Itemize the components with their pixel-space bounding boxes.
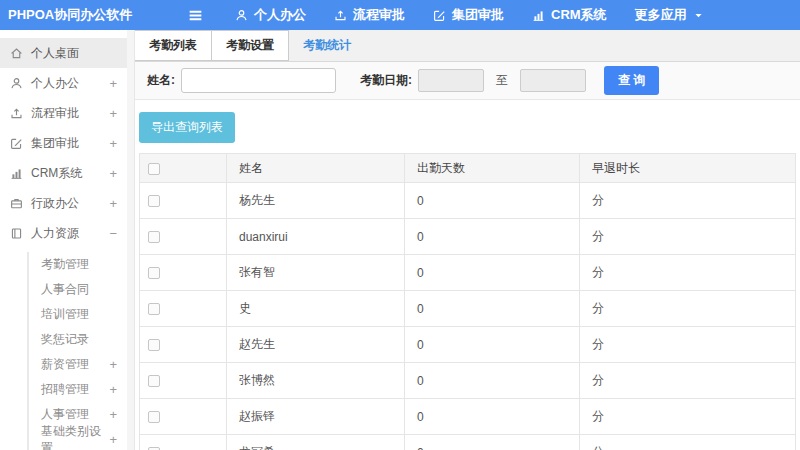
- cell-name: 张博然: [227, 363, 405, 399]
- tab[interactable]: 考勤统计: [289, 30, 365, 61]
- topnav-item[interactable]: 流程审批: [334, 6, 405, 24]
- expand-toggle[interactable]: +: [109, 357, 117, 372]
- topnav-label: 流程审批: [353, 6, 405, 24]
- sidebar-item[interactable]: 集团审批 +: [0, 128, 127, 158]
- table-row: duanxirui 0 分: [140, 219, 796, 255]
- sidebar-item[interactable]: 行政办公 +: [0, 188, 127, 218]
- topnav-label: 更多应用: [635, 6, 687, 24]
- filter-bar: 姓名: 考勤日期: 至 查 询: [135, 62, 800, 100]
- col-header-name: 姓名: [227, 154, 405, 183]
- sidebar-item-label: 集团审批: [31, 135, 79, 152]
- sidebar-item-label: 人力资源: [31, 225, 79, 242]
- row-checkbox[interactable]: [148, 303, 160, 315]
- cell-attendance-days: 0: [405, 219, 580, 255]
- sidebar-item[interactable]: 流程审批 +: [0, 98, 127, 128]
- tab[interactable]: 考勤设置: [212, 30, 289, 61]
- tab-label: 考勤列表: [149, 37, 197, 54]
- sidebar-subitem-label: 考勤管理: [41, 256, 89, 273]
- row-checkbox[interactable]: [148, 375, 160, 387]
- table-toolbar: 导出查询列表: [135, 100, 800, 153]
- row-checkbox[interactable]: [148, 195, 160, 207]
- top-nav: 个人办公 流程审批 集团审批 CRM系统: [235, 6, 732, 24]
- topnav-item[interactable]: 个人办公: [235, 6, 306, 24]
- expand-toggle[interactable]: +: [109, 407, 117, 422]
- sidebar-subitem-label: 奖惩记录: [41, 331, 89, 348]
- to-label: 至: [496, 72, 508, 89]
- workflow-icon: [334, 9, 347, 22]
- sidebar-item-label: 个人桌面: [31, 45, 79, 62]
- content: 考勤列表 考勤设置 考勤统计 姓名: 考勤日期: 至 查 询 导出查询列表 姓名…: [135, 30, 800, 450]
- sidebar-item[interactable]: CRM系统 +: [0, 158, 127, 188]
- cell-attendance-days: 0: [405, 363, 580, 399]
- sidebar-subitem-label: 人事管理: [41, 406, 89, 423]
- sidebar-item-label: 个人办公: [31, 75, 79, 92]
- expand-toggle[interactable]: +: [109, 196, 117, 211]
- export-button[interactable]: 导出查询列表: [139, 112, 235, 143]
- tab-label: 考勤统计: [303, 37, 351, 54]
- sidebar-subitem-label: 招聘管理: [41, 381, 89, 398]
- col-header-days: 出勤天数: [405, 154, 580, 183]
- cell-name: 史: [227, 291, 405, 327]
- cell-name: duanxirui: [227, 219, 405, 255]
- sidebar-subitem[interactable]: 薪资管理 +: [29, 352, 127, 377]
- cell-attendance-days: 0: [405, 327, 580, 363]
- sidebar-subitem-label: 基础类别设置: [41, 423, 109, 450]
- cell-early-leave: 分: [580, 435, 796, 450]
- date-label: 考勤日期:: [360, 72, 412, 89]
- name-input[interactable]: [181, 68, 336, 93]
- cell-early-leave: 分: [580, 399, 796, 435]
- cell-attendance-days: 0: [405, 183, 580, 219]
- cell-name: 龙冠希: [227, 435, 405, 450]
- sidebar-item[interactable]: 人力资源 −: [0, 218, 127, 248]
- sidebar-submenu-hr: 考勤管理 人事合同 培训管理 奖惩记录 薪资管理 +: [27, 252, 127, 450]
- workflow-icon: [10, 107, 23, 120]
- table-row: 杨先生 0 分: [140, 183, 796, 219]
- row-checkbox[interactable]: [148, 339, 160, 351]
- row-checkbox[interactable]: [148, 267, 160, 279]
- expand-toggle[interactable]: −: [109, 226, 117, 241]
- expand-toggle[interactable]: +: [109, 136, 117, 151]
- sidebar-scrollbar[interactable]: [127, 30, 135, 450]
- chart-icon: [532, 9, 545, 22]
- sidebar-item[interactable]: 个人办公 +: [0, 68, 127, 98]
- topnav-item[interactable]: 集团审批: [433, 6, 504, 24]
- menu-icon[interactable]: [185, 5, 205, 25]
- expand-toggle[interactable]: +: [109, 76, 117, 91]
- sidebar-item-label: 流程审批: [31, 105, 79, 122]
- sidebar-item[interactable]: 个人桌面: [0, 38, 127, 68]
- sidebar-subitem[interactable]: 招聘管理 +: [29, 377, 127, 402]
- cell-early-leave: 分: [580, 183, 796, 219]
- sidebar-subitem[interactable]: 人事合同: [29, 277, 127, 302]
- tab-bar: 考勤列表 考勤设置 考勤统计: [135, 30, 800, 62]
- tab[interactable]: 考勤列表: [135, 30, 212, 61]
- row-checkbox[interactable]: [148, 411, 160, 423]
- name-label: 姓名:: [147, 72, 175, 89]
- expand-toggle[interactable]: +: [109, 166, 117, 181]
- expand-toggle[interactable]: +: [109, 432, 117, 447]
- sidebar-subitem[interactable]: 基础类别设置 +: [29, 427, 127, 450]
- date-from-input[interactable]: [418, 69, 484, 92]
- cell-attendance-days: 0: [405, 255, 580, 291]
- sidebar-subitem[interactable]: 考勤管理: [29, 252, 127, 277]
- date-to-input[interactable]: [520, 69, 586, 92]
- topnav-item[interactable]: 更多应用: [635, 6, 704, 24]
- edit-icon: [10, 137, 23, 150]
- row-checkbox[interactable]: [148, 231, 160, 243]
- sidebar: 个人桌面 个人办公 + 流程审批 + 集团审批 +: [0, 30, 127, 450]
- edit-icon: [433, 9, 446, 22]
- table-row: 张有智 0 分: [140, 255, 796, 291]
- cell-attendance-days: 0: [405, 435, 580, 450]
- select-all-checkbox[interactable]: [148, 163, 160, 175]
- cell-early-leave: 分: [580, 363, 796, 399]
- sidebar-subitem[interactable]: 奖惩记录: [29, 327, 127, 352]
- sidebar-item-label: 行政办公: [31, 195, 79, 212]
- book-icon: [10, 227, 23, 240]
- topnav-item[interactable]: CRM系统: [532, 6, 607, 24]
- sidebar-subitem[interactable]: 培训管理: [29, 302, 127, 327]
- expand-toggle[interactable]: +: [109, 382, 117, 397]
- chart-icon: [10, 167, 23, 180]
- sidebar-subitem-label: 薪资管理: [41, 356, 89, 373]
- expand-toggle[interactable]: +: [109, 106, 117, 121]
- attendance-table: 姓名 出勤天数 早退时长 杨先生 0 分 duanxirui 0 分: [139, 153, 796, 450]
- search-button[interactable]: 查 询: [604, 66, 659, 95]
